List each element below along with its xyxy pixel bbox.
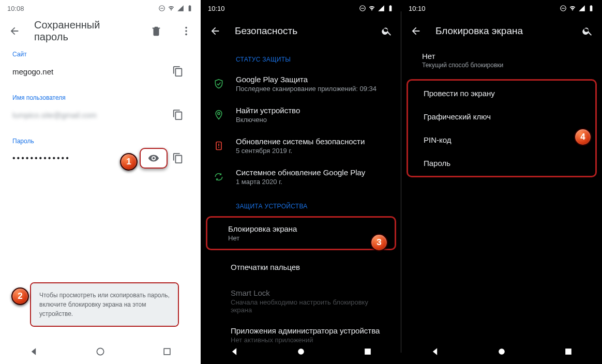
callout-3: 3 — [370, 234, 388, 251]
appbar-title: Блокировка экрана — [435, 25, 568, 37]
svg-point-4 — [185, 34, 187, 36]
refresh-icon — [214, 172, 224, 182]
nav-recent-icon[interactable] — [162, 346, 172, 357]
signal-icon — [578, 5, 585, 12]
nav-recent-icon[interactable] — [363, 346, 373, 357]
alert-icon — [214, 141, 224, 151]
pin-icon — [214, 110, 224, 120]
nav-bar — [0, 339, 201, 364]
copy-icon — [172, 109, 184, 120]
row-play-update[interactable]: Системное обновление Google Play 1 марта… — [201, 161, 401, 192]
site-label: Сайт — [12, 51, 188, 58]
current-title: Нет — [422, 52, 590, 60]
back-button[interactable] — [4, 21, 25, 41]
current-lock-option[interactable]: Нет Текущий способ блокировки — [401, 46, 602, 76]
section-status-header: СТАТУС ЗАЩИТЫ — [201, 46, 401, 68]
option-pin[interactable]: PIN-код — [408, 128, 595, 151]
callout-4: 4 — [574, 128, 592, 146]
nav-back-icon[interactable] — [229, 346, 239, 357]
arrow-back-icon — [9, 25, 20, 37]
row-sub: 1 марта 2020 г. — [236, 178, 384, 186]
row-sub: Нет — [228, 234, 377, 242]
copy-username-button[interactable] — [168, 104, 188, 125]
option-swipe[interactable]: Провести по экрану — [408, 82, 595, 105]
svg-point-14 — [218, 147, 219, 148]
copy-site-button[interactable] — [168, 61, 188, 82]
status-time: 10:10 — [208, 5, 225, 12]
row-sub: 5 сентября 2019 г. — [236, 147, 384, 155]
status-icons — [560, 5, 595, 12]
options-highlight: Провести по экрану Графический ключ PIN-… — [407, 79, 597, 177]
status-time: 10:10 — [409, 5, 426, 12]
row-fingerprints[interactable]: Отпечатки пальцев — [201, 251, 401, 282]
status-bar: 10:08 — [0, 0, 201, 17]
password-label: Пароль — [12, 138, 188, 145]
row-find-device[interactable]: Найти устройство Включено — [201, 99, 401, 130]
copy-icon — [172, 66, 184, 77]
row-sub: Последнее сканирование приложений: 09:34 — [236, 85, 384, 93]
toast-message: Чтобы просмотреть или скопировать пароль… — [31, 283, 178, 326]
search-button[interactable] — [377, 21, 397, 41]
copy-password-button[interactable] — [168, 148, 188, 169]
status-bar: 10:10 — [401, 0, 602, 17]
app-bar: Безопасность — [201, 17, 401, 46]
status-time: 10:08 — [7, 5, 24, 12]
row-security-update[interactable]: Обновление системы безопасности 5 сентяб… — [201, 130, 401, 161]
nav-home-icon[interactable] — [95, 346, 106, 357]
nav-home-icon[interactable] — [296, 346, 306, 357]
panel-saved-password: 10:08 Сохраненный пароль Сайт megogo.net… — [0, 0, 201, 364]
svg-point-11 — [218, 112, 220, 114]
reveal-password-button[interactable] — [148, 153, 159, 164]
more-vert-icon — [180, 25, 192, 37]
row-screen-lock[interactable]: Блокировка экрана Нет — [207, 218, 395, 249]
battery-icon — [387, 5, 394, 12]
callout-2: 2 — [11, 287, 29, 305]
dnd-icon — [158, 5, 165, 12]
nav-home-icon[interactable] — [496, 346, 507, 357]
panel-security: 10:10 Безопасность СТАТУС ЗАЩИТЫ Google … — [201, 0, 401, 364]
nav-back-icon[interactable] — [430, 346, 440, 357]
battery-icon — [588, 5, 595, 12]
row-sub: Включено — [236, 116, 384, 124]
wifi-icon — [368, 5, 375, 12]
arrow-back-icon — [410, 25, 422, 37]
row-title: Google Play Защита — [236, 75, 384, 84]
username-label: Имя пользователя — [12, 94, 188, 101]
signal-icon — [177, 5, 184, 12]
back-button[interactable] — [405, 21, 426, 41]
app-bar: Сохраненный пароль — [0, 17, 201, 46]
search-icon — [381, 25, 393, 37]
search-icon — [582, 25, 593, 37]
username-value: lumpico.site@gmail.com — [12, 111, 168, 119]
delete-button[interactable] — [146, 21, 167, 41]
svg-point-3 — [185, 30, 187, 32]
search-button[interactable] — [577, 21, 598, 41]
eye-icon — [148, 153, 159, 164]
wifi-icon — [569, 5, 576, 12]
wifi-icon — [168, 5, 175, 12]
nav-back-icon[interactable] — [28, 346, 39, 357]
row-title: Блокировка экрана — [228, 224, 377, 233]
section-device-header: ЗАЩИТА УСТРОЙСТВА — [201, 192, 401, 215]
row-title: Отпечатки пальцев — [231, 263, 384, 271]
trash-icon — [151, 25, 162, 37]
panel-screen-lock: 10:10 Блокировка экрана Нет Текущий спос… — [401, 0, 602, 364]
dnd-icon — [560, 5, 567, 12]
option-pattern[interactable]: Графический ключ — [408, 105, 595, 128]
overflow-button[interactable] — [176, 21, 197, 41]
battery-icon — [186, 5, 193, 12]
row-title: Приложения администратора устройства — [231, 326, 384, 335]
back-button[interactable] — [205, 21, 225, 41]
option-password[interactable]: Пароль — [408, 151, 595, 175]
status-icons — [158, 5, 193, 12]
reveal-highlight — [140, 148, 168, 169]
appbar-title: Сохраненный пароль — [34, 19, 137, 43]
nav-recent-icon[interactable] — [563, 346, 574, 357]
svg-rect-16 — [365, 348, 371, 355]
svg-point-15 — [298, 348, 304, 355]
row-play-protect[interactable]: Google Play Защита Последнее сканировани… — [201, 68, 401, 99]
row-smart-lock: Smart Lock Сначала необходимо настроить … — [201, 282, 401, 320]
row-title: Системное обновление Google Play — [236, 168, 384, 177]
svg-rect-6 — [164, 348, 170, 355]
current-sub: Текущий способ блокировки — [422, 62, 590, 69]
